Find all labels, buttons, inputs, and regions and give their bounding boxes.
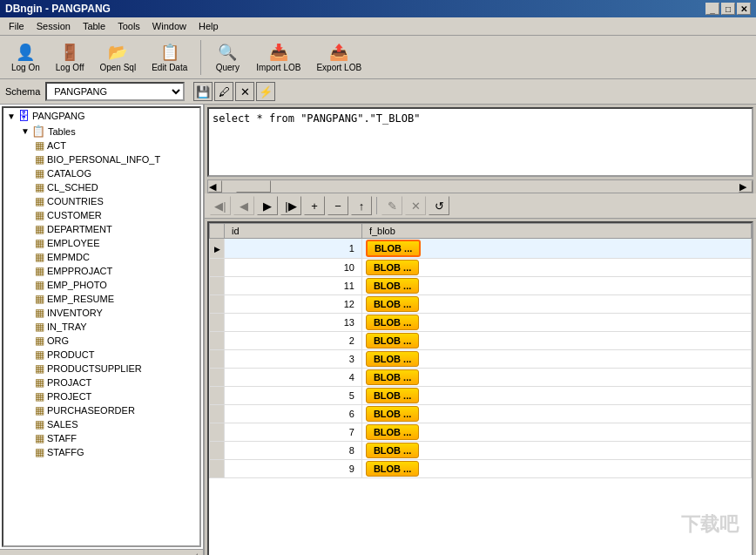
hscroll-bar[interactable]: ◀ ▶ xyxy=(207,179,753,193)
cell-blob[interactable]: BLOB ... xyxy=(361,277,751,295)
tree-table-sales[interactable]: ▦SALES xyxy=(3,417,199,431)
hscroll-left-btn[interactable]: ◀ xyxy=(208,180,222,193)
sql-editor[interactable]: select * from "PANGPANG"."T_BLOB" xyxy=(207,107,753,177)
table-row[interactable]: 10BLOB ... xyxy=(210,259,752,277)
table-row[interactable]: 2BLOB ... xyxy=(210,332,752,350)
menu-item-help[interactable]: Help xyxy=(193,19,224,33)
cell-blob[interactable]: BLOB ... xyxy=(361,423,751,442)
cell-blob[interactable]: BLOB ... xyxy=(361,387,751,405)
close-btn[interactable]: ✕ xyxy=(737,3,751,15)
data-grid-wrapper[interactable]: id f_blob ▶1BLOB ...10BLOB ...11BLOB ...… xyxy=(207,221,753,555)
blob-btn-row-11[interactable]: BLOB ... xyxy=(366,443,419,458)
tree-table-staff[interactable]: ▦STAFF xyxy=(3,431,199,445)
blob-btn-row-3[interactable]: BLOB ... xyxy=(366,296,419,312)
menu-item-file[interactable]: File xyxy=(3,19,30,33)
tree-table-purchaseorder[interactable]: ▦PURCHASEORDER xyxy=(3,403,199,417)
blob-btn-row-12[interactable]: BLOB ... xyxy=(366,461,419,477)
table-row[interactable]: ▶1BLOB ... xyxy=(210,239,752,259)
tree-table-emp_resume[interactable]: ▦EMP_RESUME xyxy=(3,292,199,306)
blob-btn-row-2[interactable]: BLOB ... xyxy=(366,278,419,294)
table-row[interactable]: 4BLOB ... xyxy=(210,369,752,387)
hscroll-right-btn[interactable]: ▶ xyxy=(739,180,753,193)
toolbar-btn-import-lob[interactable]: 📥Import LOB xyxy=(250,39,307,75)
blob-btn-row-8[interactable]: BLOB ... xyxy=(366,388,419,403)
toolbar-btn-export-lob[interactable]: 📤Export LOB xyxy=(310,39,368,75)
tree-table-projact[interactable]: ▦PROJACT xyxy=(3,376,199,389)
toolbar-btn-log-on[interactable]: 👤Log On xyxy=(5,39,46,75)
menu-item-table[interactable]: Table xyxy=(78,19,111,33)
menu-item-window[interactable]: Window xyxy=(147,19,192,33)
cell-blob[interactable]: BLOB ... xyxy=(361,369,751,387)
tree-table-org[interactable]: ▦ORG xyxy=(3,334,199,348)
minimize-btn[interactable]: _ xyxy=(705,3,719,15)
data-btn-last[interactable]: |▶ xyxy=(280,196,301,215)
data-btn-delete[interactable]: − xyxy=(327,196,348,215)
table-row[interactable]: 11BLOB ... xyxy=(210,277,752,295)
tree-table-customer[interactable]: ▦CUSTOMER xyxy=(3,208,199,222)
blob-btn-row-6[interactable]: BLOB ... xyxy=(366,351,419,367)
schema-tool-btn-0[interactable]: 💾 xyxy=(193,82,213,101)
data-btn-play[interactable]: ▶ xyxy=(257,196,278,215)
tree-table-catalog[interactable]: ▦CATALOG xyxy=(3,166,199,180)
tree-table-countries[interactable]: ▦COUNTRIES xyxy=(3,194,199,208)
cell-blob[interactable]: BLOB ... xyxy=(361,239,751,259)
schema-tool-btn-2[interactable]: ✕ xyxy=(235,82,254,101)
toolbar-btn-log-off[interactable]: 🚪Log Off xyxy=(50,39,91,75)
table-row[interactable]: 13BLOB ... xyxy=(210,314,752,332)
table-row[interactable]: 6BLOB ... xyxy=(210,405,752,423)
menu-item-session[interactable]: Session xyxy=(31,19,76,33)
blob-btn-row-0[interactable]: BLOB ... xyxy=(366,240,421,257)
blob-btn-row-7[interactable]: BLOB ... xyxy=(366,369,419,385)
toolbar-btn-query[interactable]: 🔍Query xyxy=(208,39,246,75)
table-row[interactable]: 3BLOB ... xyxy=(210,350,752,369)
table-row[interactable]: 5BLOB ... xyxy=(210,387,752,405)
col-id[interactable]: id xyxy=(225,224,362,239)
blob-btn-row-1[interactable]: BLOB ... xyxy=(366,260,419,275)
tree-table-emp_photo[interactable]: ▦EMP_PHOTO xyxy=(3,278,199,292)
toolbar-btn-edit-data[interactable]: 📋Edit Data xyxy=(145,39,193,75)
cell-blob[interactable]: BLOB ... xyxy=(361,295,751,314)
cell-blob[interactable]: BLOB ... xyxy=(361,442,751,460)
table-row[interactable]: 9BLOB ... xyxy=(210,460,752,478)
data-btn-up[interactable]: ↑ xyxy=(351,196,372,215)
tree-table-project[interactable]: ▦PROJECT xyxy=(3,389,199,403)
maximize-btn[interactable]: □ xyxy=(721,3,735,15)
table-row[interactable]: 12BLOB ... xyxy=(210,295,752,314)
tree-table-empprojact[interactable]: ▦EMPPROJACT xyxy=(3,264,199,278)
tree-table-department[interactable]: ▦DEPARTMENT xyxy=(3,222,199,236)
schema-tool-btn-3[interactable]: ⚡ xyxy=(256,82,275,101)
cell-blob[interactable]: BLOB ... xyxy=(361,332,751,350)
tree-table-empmdc[interactable]: ▦EMPMDC xyxy=(3,250,199,264)
tree-table-employee[interactable]: ▦EMPLOYEE xyxy=(3,236,199,250)
cell-blob[interactable]: BLOB ... xyxy=(361,259,751,277)
tree-table-inventory[interactable]: ▦INVENTORY xyxy=(3,306,199,320)
cell-blob[interactable]: BLOB ... xyxy=(361,314,751,332)
tree-root[interactable]: ▼🗄PANGPANG xyxy=(3,108,199,124)
tree-area[interactable]: ▼🗄PANGPANG▼📋Tables▦ACT▦BIO_PERSONAL_INFO… xyxy=(2,106,201,547)
tree-table-staffg[interactable]: ▦STAFFG xyxy=(3,445,199,459)
cell-blob[interactable]: BLOB ... xyxy=(361,350,751,369)
data-btn-refresh[interactable]: ↺ xyxy=(429,196,449,215)
table-row[interactable]: 8BLOB ... xyxy=(210,442,752,460)
menu-item-tools[interactable]: Tools xyxy=(112,19,145,33)
tree-tables-node[interactable]: ▼📋Tables xyxy=(3,124,199,139)
tree-table-cl_sched[interactable]: ▦CL_SCHED xyxy=(3,180,199,194)
blob-btn-row-10[interactable]: BLOB ... xyxy=(366,424,419,440)
toolbar-btn-open-sql[interactable]: 📂Open Sql xyxy=(93,39,142,75)
tree-table-product[interactable]: ▦PRODUCT xyxy=(3,348,199,362)
data-btn-add[interactable]: + xyxy=(304,196,325,215)
cell-blob[interactable]: BLOB ... xyxy=(361,460,751,478)
tree-table-bio_personal_info_t[interactable]: ▦BIO_PERSONAL_INFO_T xyxy=(3,152,199,166)
cell-blob[interactable]: BLOB ... xyxy=(361,405,751,423)
col-fblob[interactable]: f_blob xyxy=(361,224,751,239)
schema-select[interactable]: PANGPANG xyxy=(45,82,185,101)
schema-tool-btn-1[interactable]: 🖊 xyxy=(214,82,233,101)
tree-table-in_tray[interactable]: ▦IN_TRAY xyxy=(3,320,199,334)
blob-btn-row-4[interactable]: BLOB ... xyxy=(366,315,419,330)
tree-table-act[interactable]: ▦ACT xyxy=(3,139,199,152)
blob-btn-row-9[interactable]: BLOB ... xyxy=(366,406,419,422)
table-row[interactable]: 7BLOB ... xyxy=(210,423,752,442)
hscroll-thumb[interactable] xyxy=(236,180,271,193)
blob-btn-row-5[interactable]: BLOB ... xyxy=(366,333,419,349)
tree-table-productsupplier[interactable]: ▦PRODUCTSUPPLIER xyxy=(3,362,199,376)
